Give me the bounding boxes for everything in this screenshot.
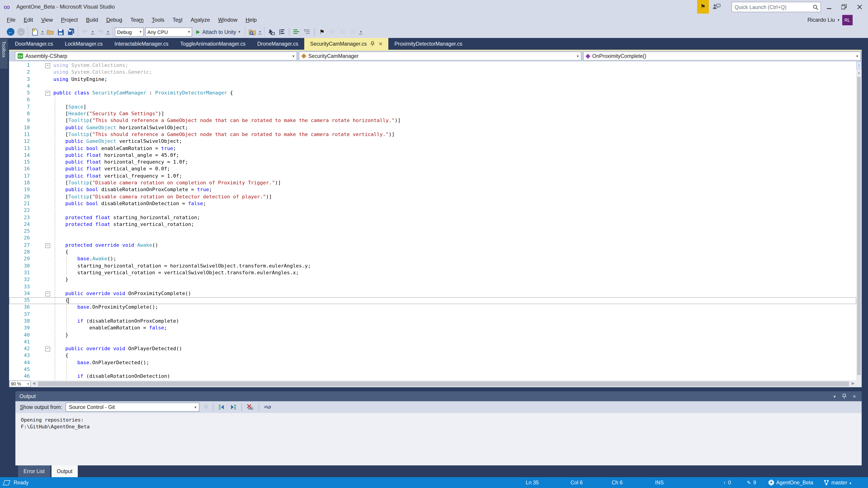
uncomment-lines-button[interactable]: ?	[303, 27, 312, 36]
pin-icon[interactable]	[370, 41, 375, 46]
code-line-32[interactable]: 32 }	[9, 276, 856, 284]
code-line-2[interactable]: 2using System.Collections.Generic;	[9, 69, 856, 76]
code-line-30[interactable]: 30 starting_horizontal_rotation = horizo…	[9, 263, 856, 270]
previous-message-icon[interactable]	[218, 404, 225, 410]
solution-platform-select[interactable]: Any CPU▾	[145, 27, 192, 36]
code-line-9[interactable]: 9 [Tooltip("This should reference a Game…	[9, 118, 856, 125]
menu-item-test[interactable]: Test	[168, 14, 186, 25]
format-document-icon[interactable]	[277, 27, 286, 36]
code-line-46[interactable]: 46 if (disableRotationOnDetection)	[9, 373, 856, 381]
code-line-11[interactable]: 11 [Tooltip("This should reference a Gam…	[9, 131, 856, 138]
tab-toggleanimationmanager-cs[interactable]: ToggleAnimationManager.cs	[174, 38, 251, 50]
code-line-41[interactable]: 41	[9, 339, 856, 346]
next-bookmark-button[interactable]: ⚐	[338, 27, 347, 36]
pending-changes[interactable]: ✎9	[747, 477, 756, 488]
fold-collapse-icon[interactable]: −	[45, 347, 50, 352]
previous-bookmark-button[interactable]: ⚐	[328, 27, 337, 36]
navigate-forward-button[interactable]: →	[16, 27, 25, 36]
next-message-icon[interactable]	[229, 404, 237, 410]
scroll-up-arrow[interactable]: ▲	[856, 70, 862, 75]
output-source-select[interactable]: Source Control - Git▾	[66, 402, 199, 412]
code-line-12[interactable]: 12 public GameObject verticalSwivelObjec…	[9, 138, 856, 145]
clear-bookmarks-button[interactable]: ⚐	[349, 27, 358, 36]
quick-launch-input[interactable]: Quick Launch (Ctrl+Q)	[732, 2, 821, 12]
menu-item-file[interactable]: File	[3, 14, 20, 25]
redo-dropdown[interactable]: ▾	[106, 30, 110, 34]
code-line-16[interactable]: 16 public float vertical_angle = 0.0f;	[9, 166, 856, 173]
editor-zoom-select[interactable]: 90 %▾	[9, 381, 31, 387]
code-line-3[interactable]: 3using UnityEngine;	[9, 76, 856, 83]
code-line-39[interactable]: 39 enableCamRotation = false;	[9, 325, 856, 332]
code-line-27[interactable]: 27− protected override void Awake()	[9, 242, 856, 249]
tab-proximitydetectormanager-cs[interactable]: ProximityDetectorManager.cs	[389, 38, 468, 50]
output-panel-titlebar[interactable]: Output ▾ ✕	[16, 391, 862, 401]
feedback-icon[interactable]	[712, 3, 721, 10]
tab-error-list[interactable]: Error List	[18, 465, 50, 477]
clear-all-icon[interactable]	[247, 404, 254, 410]
repository-indicator[interactable]: AgentOne_Beta	[769, 477, 813, 488]
code-editor[interactable]: 1−using System.Collections;2using System…	[9, 61, 856, 381]
close-icon[interactable]: ✕	[378, 41, 382, 47]
tab-interactablemanager-cs[interactable]: InteractableManager.cs	[108, 38, 174, 50]
undo-dropdown[interactable]: ▾	[91, 30, 94, 34]
toggle-bookmark-button[interactable]: ⚑	[318, 27, 327, 36]
code-line-31[interactable]: 31 starting_vertical_rotation = vertical…	[9, 270, 856, 277]
code-line-33[interactable]: 33	[9, 284, 856, 291]
menu-item-analyze[interactable]: Analyze	[186, 14, 214, 25]
close-icon[interactable]: ✕	[852, 394, 856, 399]
editor-splitter-handle[interactable]: ↕	[856, 61, 862, 69]
code-line-25[interactable]: 25	[9, 228, 856, 235]
project-dropdown[interactable]: C# Assembly-CSharp▾	[15, 52, 297, 61]
fold-collapse-icon[interactable]: −	[45, 243, 50, 248]
code-line-17[interactable]: 17 public float vertical_frequency = 1.0…	[9, 173, 856, 180]
save-button[interactable]	[56, 27, 65, 36]
menu-item-edit[interactable]: Edit	[20, 14, 37, 25]
code-line-22[interactable]: 22	[9, 207, 856, 215]
find-in-files-button[interactable]	[248, 27, 257, 36]
code-line-38[interactable]: 38 if (disableRotationOnProxComplete)	[9, 318, 856, 325]
code-line-45[interactable]: 45	[9, 366, 856, 373]
code-line-6[interactable]: 6	[9, 97, 856, 104]
code-line-10[interactable]: 10 public GameObject horizontalSwivelObj…	[9, 125, 856, 131]
close-button[interactable]	[853, 0, 866, 13]
branch-indicator[interactable]: master ▴	[824, 477, 851, 488]
code-line-28[interactable]: 28 {	[9, 249, 856, 256]
code-line-18[interactable]: 18 [Tooltip("Disable camera rotation on …	[9, 180, 856, 187]
code-line-20[interactable]: 20 [Tooltip("Disable camera rotation on …	[9, 194, 856, 201]
menu-item-build[interactable]: Build	[82, 14, 102, 25]
scroll-left-arrow[interactable]: ◀	[33, 381, 35, 385]
notifications-flag-icon[interactable]: ⚑	[697, 0, 709, 13]
code-line-19[interactable]: 19 public bool disableRotationOnProxComp…	[9, 187, 856, 194]
code-line-15[interactable]: 15 public float horizontal_frequency = 1…	[9, 159, 856, 166]
scroll-right-arrow[interactable]: ▶	[852, 381, 855, 385]
new-file-button[interactable]	[30, 27, 39, 36]
code-line-14[interactable]: 14 public float horizontal_angle = 45.0f…	[9, 152, 856, 159]
code-line-26[interactable]: 26	[9, 235, 856, 242]
menu-item-view[interactable]: View	[37, 14, 57, 25]
menu-item-team[interactable]: Team	[126, 14, 148, 25]
code-line-5[interactable]: 5−public class SecurityCamManager : Prox…	[9, 90, 856, 97]
attach-to-unity-button[interactable]: ▶ Attach to Unity ▾	[193, 27, 243, 36]
menu-item-tools[interactable]: Tools	[148, 14, 168, 25]
selection-mode-icon[interactable]	[267, 27, 276, 36]
tab-lockmanager-cs[interactable]: LockManager.cs	[59, 38, 109, 50]
restore-button[interactable]	[838, 0, 850, 13]
code-line-29[interactable]: 29 base.Awake();	[9, 256, 856, 263]
code-line-40[interactable]: 40 }	[9, 332, 856, 339]
fold-collapse-icon[interactable]: −	[45, 291, 50, 296]
avatar[interactable]: RL	[842, 15, 852, 25]
menu-item-window[interactable]: Window	[214, 14, 241, 25]
member-dropdown[interactable]: OnProximityComplete()▾	[583, 52, 861, 61]
code-line-24[interactable]: 24 protected float starting_vertical_rot…	[9, 221, 856, 228]
tab-output[interactable]: Output	[51, 465, 78, 477]
save-all-button[interactable]	[66, 27, 75, 36]
open-file-button[interactable]	[46, 27, 55, 36]
code-line-42[interactable]: 42− public override void OnPlayerDetecte…	[9, 346, 856, 353]
code-line-44[interactable]: 44 base.OnPlayerDetected();	[9, 360, 856, 367]
code-line-4[interactable]: 4	[9, 83, 856, 90]
output-pin-icon[interactable]: ⚲	[204, 404, 208, 410]
fold-collapse-icon[interactable]: −	[45, 63, 50, 68]
code-line-35[interactable]: 35 {	[9, 297, 856, 304]
code-line-23[interactable]: 23 protected float starting_horizontal_r…	[9, 215, 856, 221]
unpushed-commits[interactable]: ↑0	[723, 477, 731, 488]
